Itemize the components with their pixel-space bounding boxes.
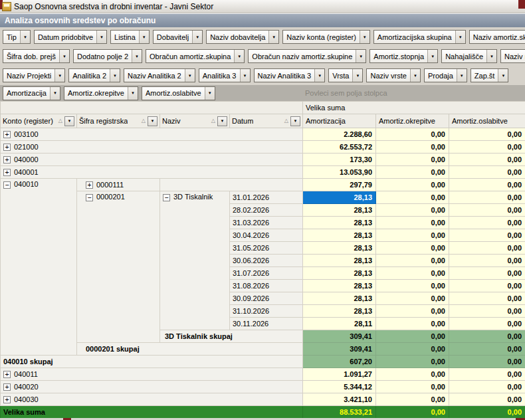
data-field-button[interactable]: Amortiz.oslabitve ▼ [142, 86, 215, 100]
field-dropdown-button[interactable]: ▼ [427, 50, 437, 62]
row-header-cell[interactable]: +003100 [1, 128, 303, 141]
value-cell[interactable]: 0,00 [376, 141, 449, 154]
field-dropdown-button[interactable]: ▼ [185, 69, 195, 82]
row-header-cell[interactable]: +040020 [1, 381, 303, 393]
value-cell[interactable]: 0,00 [376, 255, 449, 267]
grand-total-value-cell[interactable]: 88.533,21 [303, 406, 376, 419]
expand-button[interactable]: + [3, 131, 11, 138]
value-cell[interactable]: 1.091,27 [303, 368, 376, 381]
sort-asc-icon[interactable]: △ [58, 118, 62, 124]
field-dropdown-button[interactable]: ▼ [192, 31, 202, 43]
sort-asc-icon[interactable]: △ [211, 118, 215, 124]
expand-button[interactable]: + [3, 144, 11, 151]
field-dropdown-button[interactable]: ▼ [132, 50, 142, 62]
value-cell[interactable]: 0,00 [449, 267, 525, 280]
value-cell[interactable]: 28,13 [303, 267, 376, 280]
sifra-group-cell[interactable]: −0000201 [77, 191, 160, 343]
column-header-sifra[interactable]: Šifra registrska △ ▼ [77, 114, 160, 128]
value-cell[interactable]: 0,00 [376, 267, 449, 280]
sifra-cell[interactable]: +0000111 [77, 179, 160, 191]
pivot-field-button[interactable]: Amortiz.stopnja ▼ [369, 49, 438, 63]
value-cell[interactable]: 0,00 [449, 381, 525, 393]
field-dropdown-button[interactable]: ▼ [486, 50, 496, 62]
field-dropdown-button[interactable]: ▼ [234, 50, 244, 62]
expand-button[interactable]: + [86, 181, 93, 189]
row-header-cell[interactable]: +040011 [1, 368, 303, 381]
value-cell[interactable]: 28,13 [303, 255, 376, 267]
row-header-cell[interactable]: +040001 [1, 166, 303, 179]
value-cell[interactable]: 0,00 [376, 154, 449, 166]
value-cell[interactable]: 0,00 [449, 318, 525, 330]
pivot-field-button[interactable]: Naziv n ▼ [500, 49, 525, 63]
value-cell[interactable]: 0,00 [449, 242, 525, 255]
field-dropdown-button[interactable]: ▼ [139, 31, 149, 43]
value-cell[interactable]: 0,00 [449, 217, 525, 229]
value-cell[interactable]: 0,00 [449, 368, 525, 381]
value-cell[interactable]: 28,13 [303, 204, 376, 217]
value-cell[interactable]: 0,00 [449, 280, 525, 292]
pivot-field-button[interactable]: Naziv Analitika 2 ▼ [124, 68, 195, 82]
value-cell[interactable]: 0,00 [376, 242, 449, 255]
value-cell[interactable]: 28,13 [303, 242, 376, 255]
value-cell[interactable]: 0,00 [376, 191, 449, 204]
datum-cell[interactable]: 31.05.2026 [230, 242, 303, 255]
subtotal-value-cell[interactable]: 0,00 [376, 356, 449, 368]
value-cell[interactable]: 0,00 [376, 368, 449, 381]
value-cell[interactable]: 62.553,72 [303, 141, 376, 154]
expand-button[interactable]: + [3, 156, 11, 163]
pivot-field-button[interactable]: Dobavitelj ▼ [153, 30, 203, 44]
filter-dropdown-button[interactable]: ▼ [217, 116, 227, 126]
value-cell[interactable]: 0,00 [449, 229, 525, 242]
value-cell[interactable]: 28,13 [303, 305, 376, 318]
field-dropdown-button[interactable]: ▼ [205, 87, 215, 100]
value-cell[interactable]: 0,00 [449, 128, 525, 141]
row-header-cell[interactable]: +040030 [1, 393, 303, 406]
grand-total-value-cell[interactable]: 0,00 [449, 406, 525, 419]
field-dropdown-button[interactable]: ▼ [20, 31, 30, 43]
field-dropdown-button[interactable]: ▼ [128, 87, 138, 100]
value-cell[interactable]: 28,13 [303, 217, 376, 229]
pivot-field-button[interactable]: Dodatno polje 2 ▼ [73, 49, 142, 63]
value-cell[interactable]: 0,00 [376, 204, 449, 217]
filter-dropdown-button[interactable]: ▼ [290, 116, 300, 126]
pivot-field-button[interactable]: Naziv Analitika 3 ▼ [254, 68, 326, 82]
pivot-field-button[interactable]: Šifra dob. prejš ▼ [3, 49, 70, 63]
datum-cell[interactable]: 31.07.2026 [230, 267, 303, 280]
field-dropdown-button[interactable]: ▼ [110, 69, 120, 82]
subtotal-value-cell[interactable]: 0,00 [449, 356, 525, 368]
subtotal-value-cell[interactable]: 309,41 [303, 330, 376, 343]
datum-cell[interactable]: 28.02.2026 [230, 204, 303, 217]
field-dropdown-button[interactable]: ▼ [50, 87, 60, 100]
value-cell[interactable]: 0,00 [376, 292, 449, 305]
datum-cell[interactable]: 30.06.2026 [230, 255, 303, 267]
field-dropdown-button[interactable]: ▼ [356, 50, 366, 62]
pivot-field-button[interactable]: Obračun amortiz.skupina ▼ [146, 49, 245, 63]
field-dropdown-button[interactable]: ▼ [314, 69, 324, 82]
expand-button[interactable]: + [3, 371, 11, 378]
value-cell[interactable]: 3.421,10 [303, 393, 376, 406]
value-cell[interactable]: 0,00 [376, 166, 449, 179]
pivot-field-button[interactable]: Analitika 3 ▼ [199, 68, 251, 82]
subtotal-value-cell[interactable]: 309,41 [303, 343, 376, 356]
value-cell[interactable]: 0,00 [376, 229, 449, 242]
expand-button[interactable]: + [3, 169, 11, 176]
datum-cell[interactable]: 31.03.2026 [230, 217, 303, 229]
field-dropdown-button[interactable]: ▼ [498, 69, 508, 82]
datum-cell[interactable]: 31.10.2026 [230, 305, 303, 318]
value-cell[interactable]: 28,13 [303, 280, 376, 292]
value-cell[interactable]: 28,13 [303, 292, 376, 305]
value-cell[interactable]: 0,00 [449, 179, 525, 191]
value-cell[interactable]: 0,00 [376, 318, 449, 330]
field-dropdown-button[interactable]: ▼ [54, 69, 64, 82]
value-cell[interactable]: 0,00 [449, 292, 525, 305]
value-cell[interactable]: 297,79 [303, 179, 376, 191]
value-cell[interactable]: 0,00 [449, 166, 525, 179]
pivot-field-button[interactable]: Zap.št ▼ [471, 68, 509, 82]
pivot-field-button[interactable]: Naziv vrste ▼ [366, 68, 420, 82]
datum-cell[interactable]: 30.09.2026 [230, 292, 303, 305]
value-cell[interactable]: 173,30 [303, 154, 376, 166]
pivot-field-button[interactable]: Amortizacijska skupina ▼ [373, 30, 466, 44]
collapse-button[interactable]: − [3, 181, 11, 189]
field-dropdown-button[interactable]: ▼ [455, 31, 465, 43]
data-field-button[interactable]: Amortizacija ▼ [3, 86, 60, 100]
